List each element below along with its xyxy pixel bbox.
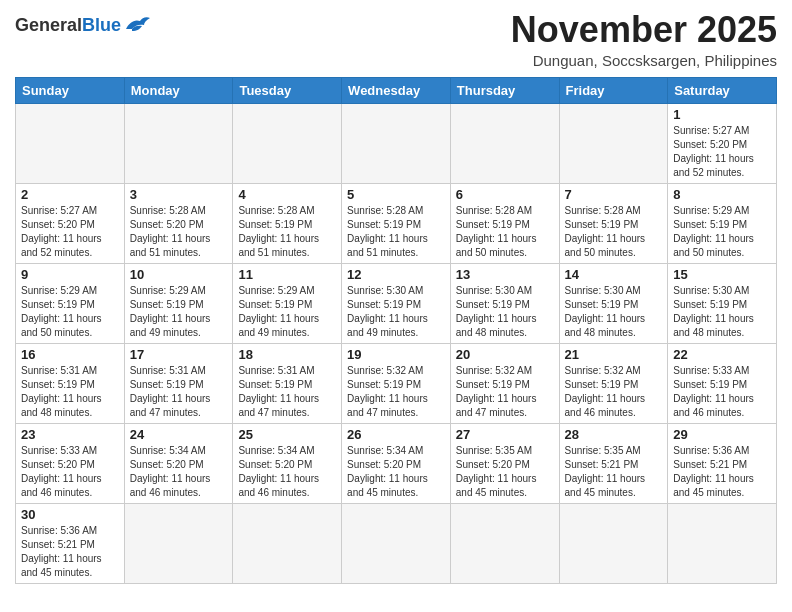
table-row: 2Sunrise: 5:27 AMSunset: 5:20 PMDaylight…: [16, 183, 125, 263]
day-number: 17: [130, 347, 228, 362]
table-row: [559, 503, 668, 583]
day-info: Sunrise: 5:31 AMSunset: 5:19 PMDaylight:…: [21, 364, 119, 420]
calendar-week-row: 2Sunrise: 5:27 AMSunset: 5:20 PMDaylight…: [16, 183, 777, 263]
day-number: 22: [673, 347, 771, 362]
table-row: [233, 103, 342, 183]
day-info: Sunrise: 5:32 AMSunset: 5:19 PMDaylight:…: [456, 364, 554, 420]
day-info: Sunrise: 5:31 AMSunset: 5:19 PMDaylight:…: [238, 364, 336, 420]
day-number: 23: [21, 427, 119, 442]
table-row: [233, 503, 342, 583]
day-number: 19: [347, 347, 445, 362]
day-number: 20: [456, 347, 554, 362]
calendar-week-row: 23Sunrise: 5:33 AMSunset: 5:20 PMDayligh…: [16, 423, 777, 503]
header-saturday: Saturday: [668, 77, 777, 103]
day-info: Sunrise: 5:36 AMSunset: 5:21 PMDaylight:…: [673, 444, 771, 500]
table-row: [559, 103, 668, 183]
day-info: Sunrise: 5:31 AMSunset: 5:19 PMDaylight:…: [130, 364, 228, 420]
day-number: 10: [130, 267, 228, 282]
table-row: [342, 503, 451, 583]
day-number: 25: [238, 427, 336, 442]
day-number: 5: [347, 187, 445, 202]
day-info: Sunrise: 5:30 AMSunset: 5:19 PMDaylight:…: [673, 284, 771, 340]
weekday-header-row: Sunday Monday Tuesday Wednesday Thursday…: [16, 77, 777, 103]
day-info: Sunrise: 5:30 AMSunset: 5:19 PMDaylight:…: [565, 284, 663, 340]
table-row: 4Sunrise: 5:28 AMSunset: 5:19 PMDaylight…: [233, 183, 342, 263]
day-number: 9: [21, 267, 119, 282]
day-info: Sunrise: 5:28 AMSunset: 5:19 PMDaylight:…: [456, 204, 554, 260]
table-row: 6Sunrise: 5:28 AMSunset: 5:19 PMDaylight…: [450, 183, 559, 263]
day-number: 21: [565, 347, 663, 362]
calendar-week-row: 1Sunrise: 5:27 AMSunset: 5:20 PMDaylight…: [16, 103, 777, 183]
table-row: 17Sunrise: 5:31 AMSunset: 5:19 PMDayligh…: [124, 343, 233, 423]
table-row: 13Sunrise: 5:30 AMSunset: 5:19 PMDayligh…: [450, 263, 559, 343]
header-tuesday: Tuesday: [233, 77, 342, 103]
table-row: 9Sunrise: 5:29 AMSunset: 5:19 PMDaylight…: [16, 263, 125, 343]
month-title: November 2025: [511, 10, 777, 50]
day-number: 24: [130, 427, 228, 442]
logo-blue-text: Blue: [82, 16, 121, 34]
day-info: Sunrise: 5:28 AMSunset: 5:19 PMDaylight:…: [565, 204, 663, 260]
table-row: 1Sunrise: 5:27 AMSunset: 5:20 PMDaylight…: [668, 103, 777, 183]
header-thursday: Thursday: [450, 77, 559, 103]
table-row: [668, 503, 777, 583]
title-area: November 2025 Dunguan, Soccsksargen, Phi…: [511, 10, 777, 69]
table-row: 25Sunrise: 5:34 AMSunset: 5:20 PMDayligh…: [233, 423, 342, 503]
table-row: 10Sunrise: 5:29 AMSunset: 5:19 PMDayligh…: [124, 263, 233, 343]
table-row: 8Sunrise: 5:29 AMSunset: 5:19 PMDaylight…: [668, 183, 777, 263]
calendar-table: Sunday Monday Tuesday Wednesday Thursday…: [15, 77, 777, 584]
calendar-week-row: 16Sunrise: 5:31 AMSunset: 5:19 PMDayligh…: [16, 343, 777, 423]
day-info: Sunrise: 5:34 AMSunset: 5:20 PMDaylight:…: [238, 444, 336, 500]
day-info: Sunrise: 5:35 AMSunset: 5:21 PMDaylight:…: [565, 444, 663, 500]
header-sunday: Sunday: [16, 77, 125, 103]
table-row: 12Sunrise: 5:30 AMSunset: 5:19 PMDayligh…: [342, 263, 451, 343]
logo: General Blue: [15, 10, 152, 35]
table-row: 24Sunrise: 5:34 AMSunset: 5:20 PMDayligh…: [124, 423, 233, 503]
day-info: Sunrise: 5:28 AMSunset: 5:20 PMDaylight:…: [130, 204, 228, 260]
day-info: Sunrise: 5:34 AMSunset: 5:20 PMDaylight:…: [130, 444, 228, 500]
table-row: 7Sunrise: 5:28 AMSunset: 5:19 PMDaylight…: [559, 183, 668, 263]
day-info: Sunrise: 5:36 AMSunset: 5:21 PMDaylight:…: [21, 524, 119, 580]
day-info: Sunrise: 5:27 AMSunset: 5:20 PMDaylight:…: [673, 124, 771, 180]
table-row: 18Sunrise: 5:31 AMSunset: 5:19 PMDayligh…: [233, 343, 342, 423]
table-row: 29Sunrise: 5:36 AMSunset: 5:21 PMDayligh…: [668, 423, 777, 503]
table-row: 16Sunrise: 5:31 AMSunset: 5:19 PMDayligh…: [16, 343, 125, 423]
table-row: [342, 103, 451, 183]
day-info: Sunrise: 5:29 AMSunset: 5:19 PMDaylight:…: [130, 284, 228, 340]
day-info: Sunrise: 5:29 AMSunset: 5:19 PMDaylight:…: [21, 284, 119, 340]
day-info: Sunrise: 5:28 AMSunset: 5:19 PMDaylight:…: [238, 204, 336, 260]
day-info: Sunrise: 5:28 AMSunset: 5:19 PMDaylight:…: [347, 204, 445, 260]
day-number: 13: [456, 267, 554, 282]
day-info: Sunrise: 5:30 AMSunset: 5:19 PMDaylight:…: [347, 284, 445, 340]
day-number: 6: [456, 187, 554, 202]
table-row: 26Sunrise: 5:34 AMSunset: 5:20 PMDayligh…: [342, 423, 451, 503]
table-row: 30Sunrise: 5:36 AMSunset: 5:21 PMDayligh…: [16, 503, 125, 583]
day-number: 18: [238, 347, 336, 362]
day-info: Sunrise: 5:33 AMSunset: 5:20 PMDaylight:…: [21, 444, 119, 500]
day-number: 12: [347, 267, 445, 282]
header-wednesday: Wednesday: [342, 77, 451, 103]
day-info: Sunrise: 5:29 AMSunset: 5:19 PMDaylight:…: [673, 204, 771, 260]
header-friday: Friday: [559, 77, 668, 103]
table-row: [450, 103, 559, 183]
page-header: General Blue November 2025 Dunguan, Socc…: [15, 10, 777, 69]
calendar-week-row: 30Sunrise: 5:36 AMSunset: 5:21 PMDayligh…: [16, 503, 777, 583]
header-monday: Monday: [124, 77, 233, 103]
day-number: 4: [238, 187, 336, 202]
logo-bird-icon: [124, 15, 152, 35]
table-row: 28Sunrise: 5:35 AMSunset: 5:21 PMDayligh…: [559, 423, 668, 503]
table-row: 27Sunrise: 5:35 AMSunset: 5:20 PMDayligh…: [450, 423, 559, 503]
day-number: 16: [21, 347, 119, 362]
table-row: [16, 103, 125, 183]
table-row: 21Sunrise: 5:32 AMSunset: 5:19 PMDayligh…: [559, 343, 668, 423]
day-number: 11: [238, 267, 336, 282]
day-info: Sunrise: 5:30 AMSunset: 5:19 PMDaylight:…: [456, 284, 554, 340]
day-info: Sunrise: 5:32 AMSunset: 5:19 PMDaylight:…: [347, 364, 445, 420]
day-number: 28: [565, 427, 663, 442]
day-number: 27: [456, 427, 554, 442]
day-number: 3: [130, 187, 228, 202]
day-number: 29: [673, 427, 771, 442]
calendar-week-row: 9Sunrise: 5:29 AMSunset: 5:19 PMDaylight…: [16, 263, 777, 343]
table-row: [450, 503, 559, 583]
day-info: Sunrise: 5:29 AMSunset: 5:19 PMDaylight:…: [238, 284, 336, 340]
table-row: 19Sunrise: 5:32 AMSunset: 5:19 PMDayligh…: [342, 343, 451, 423]
